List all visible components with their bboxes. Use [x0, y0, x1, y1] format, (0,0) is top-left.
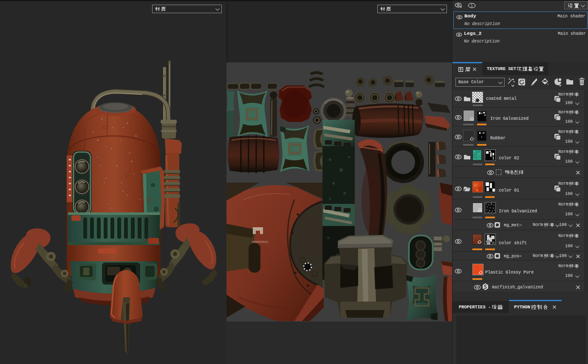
svg-text:WARNING: WARNING [252, 240, 268, 244]
svg-text:1: 1 [471, 3, 473, 8]
